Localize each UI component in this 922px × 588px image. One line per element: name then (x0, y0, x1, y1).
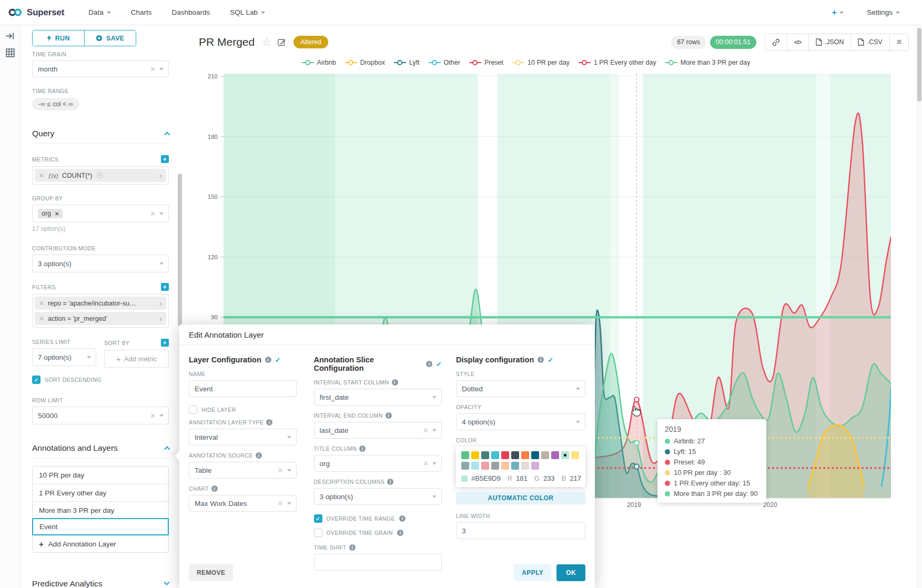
legend-item-10-pr-per-day[interactable]: 10 PR per day (512, 59, 570, 66)
clear-icon[interactable]: ✕ (150, 412, 156, 420)
edit-properties-icon[interactable] (278, 38, 286, 46)
info-icon[interactable]: i (538, 357, 544, 363)
info-icon[interactable]: i (256, 452, 262, 459)
page-scrollbar[interactable] (917, 25, 922, 588)
view-query-button[interactable]: </> (787, 34, 808, 50)
color-swatch[interactable] (541, 451, 549, 459)
color-swatch[interactable] (491, 451, 499, 459)
color-swatch[interactable] (501, 451, 509, 459)
add-filter-button[interactable]: + (161, 283, 169, 291)
automatic-color-button[interactable]: AUTOMATIC COLOR (456, 492, 585, 504)
export-json-button[interactable]: .JSON (808, 34, 851, 50)
hide-layer-checkbox[interactable]: HIDE LAYER (189, 405, 297, 414)
info-icon[interactable]: i (349, 544, 356, 551)
chart-select[interactable]: Max Work Dates ✕ (189, 495, 297, 512)
color-swatch[interactable] (521, 451, 529, 459)
color-swatch[interactable] (561, 451, 569, 459)
color-swatch[interactable] (531, 462, 539, 470)
override-time-range-checkbox[interactable]: ✓ OVERRIDE TIME RANGE i (314, 514, 442, 523)
remove-icon[interactable]: ✕ (39, 172, 44, 179)
annotations-section-header[interactable]: Annotations and Layers (32, 443, 169, 453)
annotation-layer-item[interactable]: More than 3 PR per day (33, 501, 168, 519)
filter-chip[interactable]: ✕repo = 'apache/incubator-supers...› (35, 297, 166, 310)
info-icon[interactable]: i (426, 361, 432, 367)
chevron-right-icon[interactable]: › (159, 315, 162, 322)
info-icon[interactable]: i (397, 530, 403, 536)
apply-button[interactable]: APPLY (514, 564, 551, 581)
altered-badge[interactable]: Altered (293, 36, 328, 48)
annotation-source-select[interactable]: Table ✕ (189, 462, 297, 479)
legend-item-other[interactable]: Other (429, 59, 460, 66)
info-icon[interactable]: i (266, 419, 272, 425)
share-link-button[interactable] (765, 34, 787, 50)
clear-icon[interactable]: ✕ (150, 210, 156, 218)
nav-item-data[interactable]: Data (88, 8, 111, 16)
info-icon[interactable]: i (387, 479, 393, 485)
info-icon[interactable]: i (211, 485, 218, 492)
override-time-grain-checkbox[interactable]: OVERRIDE TIME GRAIN i (314, 529, 442, 537)
add-metric-button[interactable]: + (161, 155, 169, 163)
info-icon[interactable]: i (399, 515, 406, 522)
annotation-layer-item[interactable]: Event (32, 518, 169, 535)
color-swatch[interactable] (551, 451, 559, 459)
info-icon[interactable]: i (386, 412, 392, 419)
add-annotation-layer-button[interactable]: +Add Annotation Layer (33, 535, 168, 552)
color-swatch[interactable] (531, 451, 539, 459)
group-by-chip[interactable]: org✕ (38, 209, 63, 218)
save-button[interactable]: SAVE (84, 31, 136, 46)
remove-button[interactable]: REMOVE (189, 564, 233, 581)
annotation-layer-item[interactable]: 1 PR Every other day (33, 484, 168, 501)
run-button[interactable]: RUN (33, 31, 84, 46)
page-scrollbar-thumb[interactable] (917, 28, 921, 102)
color-swatch[interactable] (461, 462, 469, 470)
style-select[interactable]: Dotted (456, 380, 585, 397)
legend-item-lyft[interactable]: Lyft (394, 59, 420, 66)
remove-icon[interactable]: ✕ (55, 211, 59, 217)
clear-icon[interactable]: ✕ (423, 427, 429, 434)
color-swatch[interactable] (521, 462, 529, 470)
export-csv-button[interactable]: .CSV (850, 34, 889, 50)
remove-icon[interactable]: ✕ (39, 315, 44, 322)
chevron-right-icon[interactable]: › (159, 171, 162, 179)
opacity-select[interactable]: 4 option(s) (456, 413, 585, 430)
time-range-pill[interactable]: -∞ ≤ col < ∞ (32, 98, 79, 110)
query-section-header[interactable]: Query (32, 129, 169, 138)
time-grain-select[interactable]: month ✕ (32, 60, 169, 77)
expand-datasource-icon[interactable] (6, 32, 15, 40)
annotation-layer-type-select[interactable]: Interval (189, 429, 297, 445)
sort-descending-checkbox[interactable]: ✓ SORT DESCENDING (32, 376, 169, 384)
interval-end-select[interactable]: last_date ✕ (314, 422, 442, 439)
description-columns-select[interactable]: 3 option(s) (314, 488, 442, 505)
series-limit-select[interactable]: 7 option(s) (32, 348, 96, 366)
color-swatch[interactable] (471, 462, 479, 470)
info-icon[interactable]: i (359, 445, 366, 452)
color-swatch[interactable] (501, 462, 509, 470)
interval-start-select[interactable]: first_date (314, 389, 442, 405)
metric-chip[interactable]: ✕ ƒ(x) COUNT(*) ? › (35, 169, 166, 182)
nav-item-charts[interactable]: Charts (131, 8, 152, 16)
row-limit-select[interactable]: 50000 ✕ (32, 407, 169, 424)
color-swatch[interactable] (471, 451, 479, 459)
color-swatch[interactable] (461, 451, 469, 459)
line-width-input[interactable] (456, 522, 585, 539)
title-column-select[interactable]: org ✕ (314, 455, 442, 472)
color-swatch[interactable] (481, 462, 489, 470)
ok-button[interactable]: OK (556, 564, 585, 581)
favorite-star-icon[interactable]: ☆ (262, 37, 271, 47)
legend-item-more-than-3-pr-per-day[interactable]: More than 3 PR per day (665, 59, 751, 66)
hex-value[interactable]: #B5E9D9 (471, 474, 501, 482)
add-sort-metric-button[interactable]: + (161, 339, 169, 347)
legend-item-dropbox[interactable]: Dropbox (345, 59, 385, 66)
info-icon[interactable]: i (265, 357, 271, 363)
clear-icon[interactable]: ✕ (150, 65, 156, 73)
legend-item-1-pr-every-other-day[interactable]: 1 PR Every other day (579, 59, 656, 66)
chevron-right-icon[interactable]: › (159, 299, 162, 307)
legend-item-airbnb[interactable]: Airbnb (302, 59, 336, 66)
predictive-section-header[interactable]: Predictive Analytics (32, 579, 169, 588)
remove-icon[interactable]: ✕ (39, 300, 44, 307)
sidebar-scrollbar-thumb[interactable] (178, 174, 182, 326)
chart-menu-button[interactable]: ≡ (889, 34, 908, 50)
legend-item-preset[interactable]: Preset (469, 59, 503, 66)
color-swatch[interactable] (481, 451, 489, 459)
group-by-select[interactable]: org✕ ✕ (32, 205, 169, 222)
